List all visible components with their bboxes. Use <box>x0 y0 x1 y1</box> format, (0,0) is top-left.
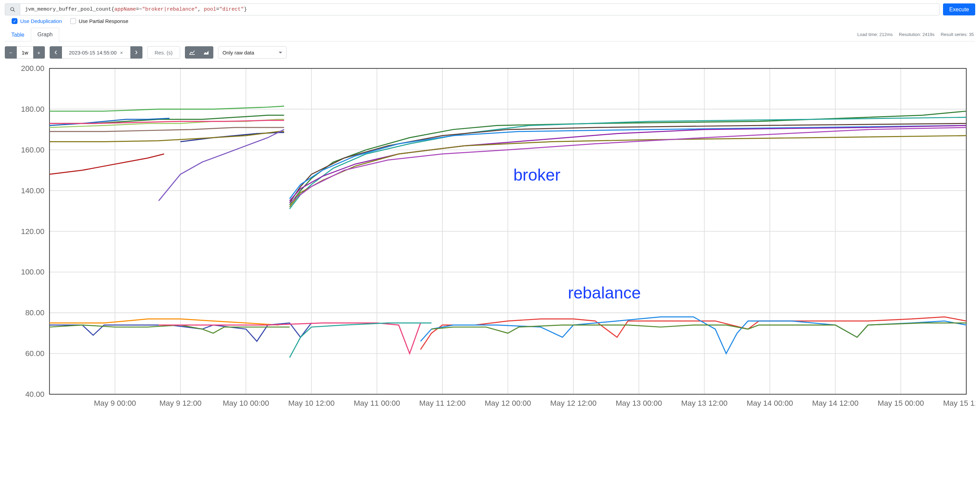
svg-text:May 10 12:00: May 10 12:00 <box>288 399 335 407</box>
svg-text:May 14 12:00: May 14 12:00 <box>812 399 859 407</box>
chevron-left-icon <box>54 50 57 55</box>
chart-mode-toggle <box>185 46 213 59</box>
meta-resolution: Resolution: 2419s <box>899 32 934 37</box>
svg-text:May 13 00:00: May 13 00:00 <box>616 399 662 407</box>
tab-graph[interactable]: Graph <box>31 28 59 41</box>
timestamp-input[interactable]: 2023-05-15 14:55:00 × <box>62 46 130 59</box>
svg-text:May 11 00:00: May 11 00:00 <box>354 399 400 407</box>
svg-text:May 12 00:00: May 12 00:00 <box>485 399 531 407</box>
svg-text:broker: broker <box>513 166 560 184</box>
query-expand-button[interactable] <box>5 3 20 16</box>
area-chart-icon <box>204 50 209 55</box>
svg-text:May 10 00:00: May 10 00:00 <box>223 399 269 407</box>
svg-point-0 <box>11 8 14 11</box>
resolution-input[interactable] <box>147 46 180 59</box>
use-partial-response-checkbox[interactable]: Use Partial Response <box>70 18 129 24</box>
svg-text:May 13 12:00: May 13 12:00 <box>681 399 728 407</box>
chart-area[interactable]: 40.0060.0080.00100.00120.00140.00160.001… <box>5 62 975 413</box>
svg-text:120.00: 120.00 <box>21 227 44 236</box>
range-increase-button[interactable]: + <box>33 46 45 59</box>
svg-text:100.00: 100.00 <box>21 268 44 276</box>
svg-text:140.00: 140.00 <box>21 187 44 195</box>
chevron-right-icon <box>135 50 138 55</box>
range-input[interactable] <box>17 46 33 59</box>
svg-text:160.00: 160.00 <box>21 146 44 154</box>
svg-text:May 11 12:00: May 11 12:00 <box>419 399 466 407</box>
check-icon <box>70 18 76 24</box>
svg-text:May 9 00:00: May 9 00:00 <box>94 399 136 407</box>
svg-text:May 9 12:00: May 9 12:00 <box>159 399 201 407</box>
svg-text:180.00: 180.00 <box>21 105 44 113</box>
minus-icon: − <box>9 50 12 56</box>
line-chart-icon <box>189 50 195 55</box>
range-stepper: − + <box>5 46 45 59</box>
check-icon: ✓ <box>12 18 18 24</box>
use-deduplication-label: Use Deduplication <box>20 18 62 24</box>
query-metric: jvm_memory_buffer_pool_count <box>25 6 111 12</box>
use-partial-response-label: Use Partial Response <box>79 18 129 24</box>
execute-button[interactable]: Execute <box>943 3 975 16</box>
svg-text:rebalance: rebalance <box>568 283 641 302</box>
time-next-button[interactable] <box>130 46 142 59</box>
svg-text:60.00: 60.00 <box>25 349 45 358</box>
time-prev-button[interactable] <box>50 46 62 59</box>
search-icon <box>10 7 16 12</box>
query-input[interactable]: jvm_memory_buffer_pool_count{appName=~"b… <box>20 3 940 16</box>
svg-text:May 15 12:00: May 15 12:00 <box>943 399 975 407</box>
svg-text:40.00: 40.00 <box>25 390 45 399</box>
data-source-select[interactable]: Only raw data <box>218 46 286 59</box>
svg-line-1 <box>13 10 15 12</box>
svg-text:80.00: 80.00 <box>25 308 45 317</box>
plus-icon: + <box>37 50 40 56</box>
area-chart-mode-button[interactable] <box>199 46 213 59</box>
svg-text:200.00: 200.00 <box>21 64 44 73</box>
tab-table[interactable]: Table <box>5 28 31 41</box>
time-navigator: 2023-05-15 14:55:00 × <box>50 46 142 59</box>
meta-load-time: Load time: 212ms <box>858 32 892 37</box>
svg-text:May 15 00:00: May 15 00:00 <box>878 399 924 407</box>
use-deduplication-checkbox[interactable]: ✓ Use Deduplication <box>12 18 62 24</box>
svg-text:May 12 12:00: May 12 12:00 <box>550 399 597 407</box>
chart-svg: 40.0060.0080.00100.00120.00140.00160.001… <box>5 62 975 413</box>
data-source-value: Only raw data <box>223 50 255 56</box>
timestamp-value: 2023-05-15 14:55:00 <box>69 50 116 56</box>
range-decrease-button[interactable]: − <box>5 46 17 59</box>
meta-result-series: Result series: 35 <box>940 32 974 37</box>
clear-timestamp-button[interactable]: × <box>120 50 123 56</box>
svg-text:May 14 00:00: May 14 00:00 <box>746 399 793 407</box>
line-chart-mode-button[interactable] <box>185 46 199 59</box>
